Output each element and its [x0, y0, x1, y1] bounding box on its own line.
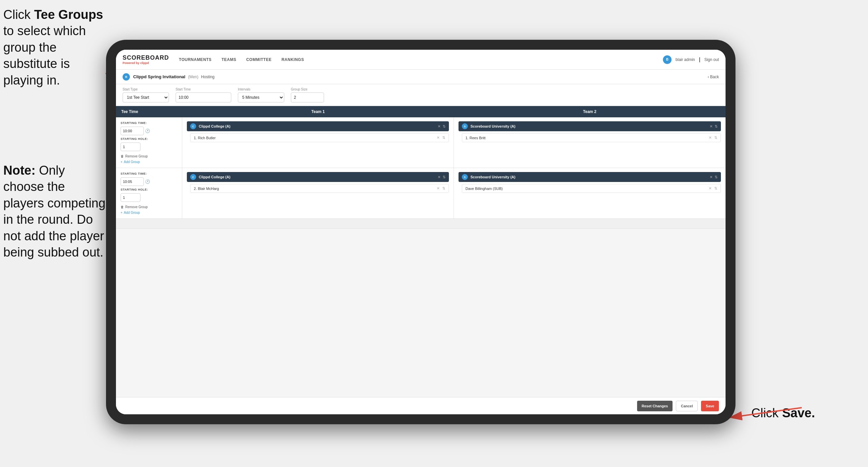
scoreboard-logo: SCOREBOARD [123, 54, 169, 61]
group1-team1-cell[interactable]: C Clippd College (A) ✕ ⇅ 1. Rich Butler … [182, 117, 454, 168]
group1-time-row: 🕐 [121, 126, 177, 135]
group2-team2-logo: S [462, 174, 468, 180]
start-time-field: Start Time [176, 88, 231, 103]
group1-remove-btn[interactable]: 🗑 Remove Group [121, 154, 177, 158]
group2-team1-actions: ✕ ⇅ [438, 175, 445, 179]
group2-team2-card[interactable]: S Scoreboard University (A) ✕ ⇅ [459, 172, 721, 182]
group2-time-label: STARTING TIME: [121, 172, 177, 175]
group2-hole-input[interactable] [121, 193, 141, 202]
group2-remove-label: Remove Group [125, 205, 148, 209]
save-button[interactable]: Save [701, 401, 719, 411]
group1-team1-actions: ✕ ⇅ [438, 124, 445, 128]
sign-out-link[interactable]: Sign out [704, 57, 719, 62]
intervals-field: Intervals 5 Minutes [238, 88, 284, 103]
powered-by: Powered by clippd [123, 61, 169, 65]
group1-add-btn[interactable]: + Add Group [121, 160, 177, 164]
group1-team2-remove[interactable]: ✕ [710, 124, 713, 128]
group1-remove-label: Remove Group [125, 154, 148, 158]
group2-team2-cell[interactable]: S Scoreboard University (A) ✕ ⇅ Dave Bil… [454, 168, 725, 218]
nav-links: TOURNAMENTS TEAMS COMMITTEE RANKINGS [179, 57, 663, 62]
top-nav: SCOREBOARD Powered by clippd TOURNAMENTS… [116, 50, 725, 69]
nav-right: B blair admin | Sign out [663, 55, 719, 64]
group1-hole-row [121, 143, 177, 151]
config-row: Start Type 1st Tee Start Start Time Inte… [116, 84, 725, 106]
back-button[interactable]: ‹ Back [708, 75, 719, 79]
tournament-gender: (Men) [188, 75, 198, 79]
sub-header-logo: B [123, 73, 130, 81]
instruction-text: Click Tee Groups to select which group t… [3, 7, 106, 88]
group2-team1-remove[interactable]: ✕ [438, 175, 441, 179]
group2-player1-arrows[interactable]: ⇅ [442, 186, 445, 191]
group2-player-sub-arrows[interactable]: ⇅ [714, 186, 717, 191]
group2-player1-card[interactable]: 2. Blair McHarg ✕ ⇅ [190, 184, 449, 193]
user-name: blair admin [676, 57, 695, 62]
group1-player1-card[interactable]: 1. Rich Butler ✕ ⇅ [190, 133, 449, 142]
group2-team1-arrows[interactable]: ⇅ [443, 175, 445, 179]
group1-team1-card[interactable]: C Clippd College (A) ✕ ⇅ [187, 121, 449, 131]
group1-player1-name: 1. Rich Butler [194, 136, 434, 140]
group2-player-sub-card[interactable]: Dave Billingham (SUB) ✕ ⇅ [462, 184, 721, 193]
start-time-input[interactable] [176, 92, 231, 103]
group2-time-input[interactable] [121, 177, 144, 186]
table-header: Tee Time Team 1 Team 2 [116, 106, 725, 117]
intervals-label: Intervals [238, 88, 284, 91]
group1-team1-arrows[interactable]: ⇅ [443, 124, 445, 128]
user-avatar: B [663, 55, 672, 64]
group2-player-sub-remove[interactable]: ✕ [709, 186, 712, 191]
reset-button[interactable]: Reset Changes [637, 401, 673, 411]
group2-team1-card[interactable]: C Clippd College (A) ✕ ⇅ [187, 172, 449, 182]
group1-team1-logo: C [190, 123, 196, 129]
group-row-2: STARTING TIME: 🕐 STARTING HOLE: 🗑 Remove… [116, 168, 725, 219]
nav-tournaments[interactable]: TOURNAMENTS [179, 57, 212, 62]
start-type-label: Start Type [123, 88, 169, 91]
team2-header: Team 2 [454, 106, 725, 117]
click-save-label: Click Save. [751, 406, 815, 420]
start-type-select[interactable]: 1st Tee Start [123, 92, 169, 103]
main-content: Tee Time Team 1 Team 2 STARTING TIME: 🕐 … [116, 106, 725, 397]
group2-hole-row [121, 193, 177, 202]
start-time-label: Start Time [176, 88, 231, 91]
bottom-bar: Reset Changes Cancel Save [116, 397, 725, 414]
group1-player2-card[interactable]: 1. Rees Britt ✕ ⇅ [462, 133, 721, 142]
group2-team1-name: Clippd College (A) [199, 175, 435, 179]
group1-player2-remove[interactable]: ✕ [709, 136, 712, 140]
nav-committee[interactable]: COMMITTEE [246, 57, 272, 62]
group1-time-label: STARTING TIME: [121, 121, 177, 125]
group2-player1-name: 2. Blair McHarg [194, 186, 434, 191]
intervals-select[interactable]: 5 Minutes [238, 92, 284, 103]
tournament-name: Clippd Spring Invitational [133, 74, 185, 79]
group1-hole-input[interactable] [121, 143, 141, 151]
cancel-button[interactable]: Cancel [676, 401, 698, 411]
group2-team2-arrows[interactable]: ⇅ [715, 175, 718, 179]
group2-hole-label: STARTING HOLE: [121, 188, 177, 191]
group1-team2-logo: S [462, 123, 468, 129]
group2-add-btn[interactable]: + Add Group [121, 211, 177, 214]
group2-team1-cell[interactable]: C Clippd College (A) ✕ ⇅ 2. Blair McHarg… [182, 168, 454, 218]
group1-team2-card[interactable]: S Scoreboard University (A) ✕ ⇅ [459, 121, 721, 131]
group2-team2-name: Scoreboard University (A) [470, 175, 707, 179]
group1-team1-name: Clippd College (A) [199, 124, 435, 128]
group1-team1-remove[interactable]: ✕ [438, 124, 441, 128]
clock-icon-2: 🕐 [145, 179, 150, 184]
nav-teams[interactable]: TEAMS [222, 57, 237, 62]
group2-team2-remove[interactable]: ✕ [710, 175, 713, 179]
group1-team2-cell[interactable]: S Scoreboard University (A) ✕ ⇅ 1. Rees … [454, 117, 725, 168]
group1-player2-arrows[interactable]: ⇅ [714, 136, 717, 140]
nav-rankings[interactable]: RANKINGS [282, 57, 304, 62]
group-size-field: Group Size [291, 88, 324, 103]
note-content: Only choose the players competing in the… [3, 164, 105, 259]
note-text: Note: Only choose the players competing … [3, 163, 106, 261]
group1-time-input[interactable] [121, 126, 144, 135]
group1-add-label: Add Group [124, 160, 140, 164]
sub-header: B Clippd Spring Invitational (Men) Hosti… [116, 69, 725, 84]
group2-player1-remove[interactable]: ✕ [437, 186, 440, 191]
tablet-frame: SCOREBOARD Powered by clippd TOURNAMENTS… [106, 40, 736, 424]
hosting-badge: Hosting [201, 75, 215, 79]
group1-team2-actions: ✕ ⇅ [710, 124, 718, 128]
group1-player1-remove[interactable]: ✕ [437, 136, 440, 140]
group1-player1-arrows[interactable]: ⇅ [442, 136, 445, 140]
group2-remove-btn[interactable]: 🗑 Remove Group [121, 205, 177, 209]
trash-icon-2: 🗑 [121, 205, 124, 209]
group1-team2-arrows[interactable]: ⇅ [715, 124, 718, 128]
group-size-input[interactable] [291, 92, 324, 103]
